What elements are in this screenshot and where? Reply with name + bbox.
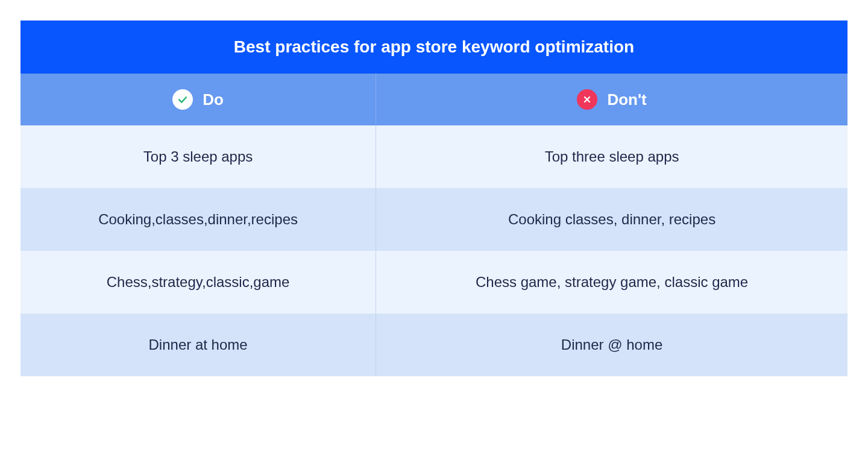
best-practices-table: Best practices for app store keyword opt… xyxy=(20,20,848,376)
dont-cell: Cooking classes, dinner, recipes xyxy=(376,188,848,251)
table-row: Top 3 sleep apps Top three sleep apps xyxy=(20,125,848,188)
table-title: Best practices for app store keyword opt… xyxy=(20,20,848,74)
cross-icon xyxy=(577,89,597,110)
do-cell: Dinner at home xyxy=(20,314,376,376)
title-row: Best practices for app store keyword opt… xyxy=(20,20,848,74)
table-row: Chess,strategy,classic,game Chess game, … xyxy=(20,251,848,314)
check-icon xyxy=(172,89,193,110)
do-cell: Chess,strategy,classic,game xyxy=(20,251,376,314)
table-row: Dinner at home Dinner @ home xyxy=(20,314,848,376)
dont-label: Don't xyxy=(607,90,646,109)
dont-cell: Top three sleep apps xyxy=(376,125,848,188)
table-row: Cooking,classes,dinner,recipes Cooking c… xyxy=(20,188,848,251)
dont-cell: Chess game, strategy game, classic game xyxy=(376,251,848,314)
do-cell: Cooking,classes,dinner,recipes xyxy=(20,188,376,251)
do-cell: Top 3 sleep apps xyxy=(20,125,376,188)
dont-column-header: Don't xyxy=(376,74,848,125)
do-label: Do xyxy=(203,90,224,109)
dont-cell: Dinner @ home xyxy=(376,314,848,376)
header-row: Do Don't xyxy=(20,74,848,125)
do-column-header: Do xyxy=(20,74,376,125)
